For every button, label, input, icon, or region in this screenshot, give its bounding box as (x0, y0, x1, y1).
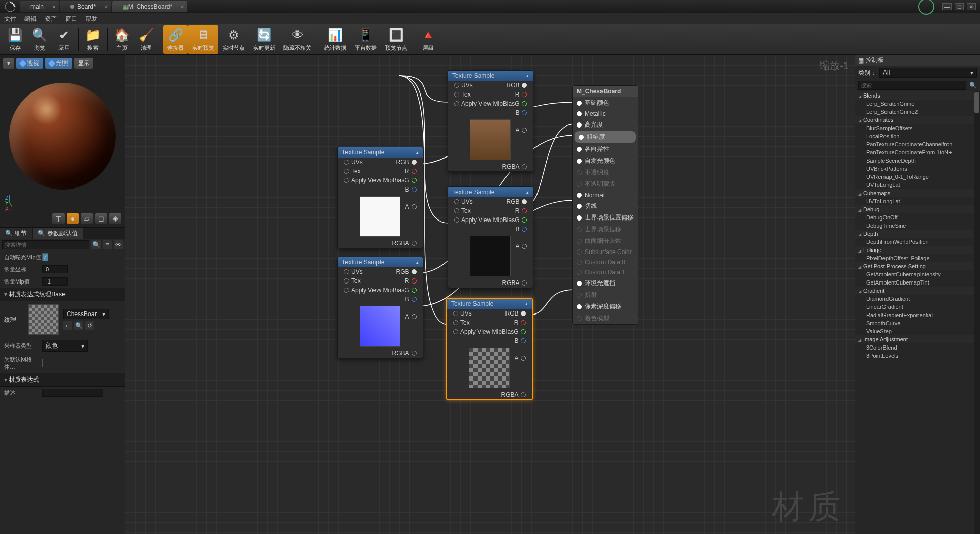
material-pin[interactable]: Subsurface Color (573, 247, 638, 257)
eye-icon[interactable]: 👁 (114, 240, 123, 249)
toolbar-浏览[interactable]: 🔍浏览 (27, 25, 52, 54)
node-material-output[interactable]: M_ChessBoard 基础颜色Metallic高光度粗糙度各向异性自发光颜色… (572, 85, 638, 325)
palette-item[interactable]: UVToLongLat (855, 197, 980, 205)
palette-item[interactable]: RadialGradientExponential (855, 311, 980, 319)
prim-sphere[interactable]: ● (66, 213, 79, 224)
material-pin[interactable]: 折射 (573, 289, 638, 301)
close-icon[interactable]: ✕ (104, 4, 108, 10)
material-pin[interactable]: Custom Data 0 (573, 257, 638, 267)
palette-header[interactable]: ▦控制板 (855, 55, 980, 66)
toolbar-清理[interactable]: 🧹清理 (134, 25, 159, 54)
palette-category[interactable]: Cubemaps (855, 189, 980, 197)
palette-item[interactable]: GetAmbientCubemapTint (855, 278, 980, 287)
tab-main[interactable]: main✕ (20, 1, 59, 12)
palette-category[interactable]: Depth (855, 230, 980, 238)
palette-item[interactable]: SmoothCurve (855, 319, 980, 327)
menu-window[interactable]: 窗口 (65, 15, 77, 23)
menu-file[interactable]: 文件 (4, 15, 16, 23)
tab-details[interactable]: 🔍细节 (0, 228, 33, 239)
palette-category[interactable]: Foliage (855, 246, 980, 254)
palette-item[interactable]: LocalPosition (855, 132, 980, 140)
viewport-perspective[interactable]: 透视 (16, 58, 43, 69)
use-icon[interactable]: ← (63, 321, 72, 330)
palette-category[interactable]: Gradient (855, 287, 980, 295)
palette-search-input[interactable] (858, 81, 966, 90)
toolbar-应用[interactable]: ✔应用 (52, 25, 76, 54)
search-icon[interactable]: 🔍 (91, 240, 101, 249)
checkbox[interactable]: ✓ (42, 253, 48, 261)
section-texture-base[interactable]: 材质表达式纹理Base (0, 288, 125, 301)
toolbar-层级[interactable]: 🔺层级 (416, 25, 440, 54)
material-pin[interactable]: 不透明蒙版 (573, 178, 638, 190)
material-pin[interactable]: 高光度 (573, 119, 638, 131)
preview-viewport[interactable]: ▾ 透视 光照 显示 Z│Y╲X─ ◫ ● ▱ ◻ ◈ (0, 55, 125, 228)
desc-input[interactable] (42, 389, 103, 397)
checkbox[interactable] (42, 359, 43, 367)
toolbar-搜索[interactable]: 📁搜索 (81, 25, 105, 54)
close-icon[interactable]: ✕ (52, 4, 56, 10)
toolbar-保存[interactable]: 💾保存 (3, 25, 27, 54)
toolbar-平台数据[interactable]: 📱平台数据 (351, 25, 381, 54)
tab-material[interactable]: ▦ M_ChessBoard*✕ (112, 1, 187, 12)
filter-icon[interactable]: ≡ (103, 240, 112, 249)
node-texture-sample-selected[interactable]: Texture Sample▴ UVsRGB TexR Apply View M… (446, 298, 533, 400)
const-mip-input[interactable] (42, 277, 68, 286)
node-texture-sample[interactable]: Texture Sample▴ UVsRGB TexR Apply View M… (448, 186, 533, 288)
menu-help[interactable]: 帮助 (85, 15, 98, 23)
reset-icon[interactable]: ↺ (85, 321, 94, 330)
palette-item[interactable]: 3PointLevels (855, 352, 980, 360)
source-control-icon[interactable] (918, 0, 934, 15)
toolbar-主页[interactable]: 🏠主页 (110, 25, 134, 54)
palette-item[interactable]: DebugOnOff (855, 213, 980, 222)
const-coord-input[interactable] (42, 265, 68, 273)
details-search-input[interactable] (2, 240, 89, 249)
prim-mesh[interactable]: ◈ (109, 213, 122, 224)
material-pin[interactable]: 粗糙度 (575, 131, 636, 143)
viewport-lit[interactable]: 光照 (45, 58, 72, 69)
node-texture-sample[interactable]: Texture Sample▴ UVsRGB TexR Apply View M… (337, 257, 423, 358)
palette-item[interactable]: ValueStep (855, 327, 980, 335)
palette-item[interactable]: UVToLongLat (855, 181, 980, 189)
toolbar-统计数据[interactable]: 📊统计数据 (320, 25, 351, 54)
menu-asset[interactable]: 资产 (45, 15, 57, 23)
palette-item[interactable]: LinearGradient (855, 303, 980, 311)
material-pin[interactable]: Custom Data 1 (573, 267, 638, 277)
viewport-dropdown[interactable]: ▾ (3, 58, 14, 69)
palette-list[interactable]: BlendsLerp_ScratchGrimeLerp_ScratchGrime… (855, 91, 980, 534)
material-pin[interactable]: 切线 (573, 200, 638, 212)
tab-board[interactable]: Board*✕ (60, 1, 111, 12)
toolbar-连接器[interactable]: 🔗连接器 (163, 25, 188, 54)
material-pin[interactable]: Normal (573, 190, 638, 200)
search-icon[interactable]: 🔍 (969, 82, 977, 89)
close-button[interactable]: ✕ (967, 3, 976, 10)
toolbar-实时更新[interactable]: 🔄实时更新 (249, 25, 279, 54)
node-texture-sample[interactable]: Texture Sample▴ UVsRGB TexR Apply View M… (448, 70, 533, 172)
toolbar-隐藏不相关[interactable]: 👁隐藏不相关 (279, 25, 315, 54)
palette-item[interactable]: DepthFromWorldPosition (855, 238, 980, 246)
material-pin[interactable]: 着色模型 (573, 312, 638, 324)
palette-item[interactable]: Lerp_ScratchGrime2 (855, 108, 980, 116)
viewport-show[interactable]: 显示 (74, 58, 93, 69)
material-pin[interactable]: 各向异性 (573, 143, 638, 155)
palette-category[interactable]: Image Adjustment (855, 335, 980, 343)
palette-item[interactable]: BlurSampleOffsets (855, 124, 980, 132)
palette-item[interactable]: PanTextureCoordinateFrom-1toN+ (855, 148, 980, 156)
material-pin[interactable]: 像素深度偏移 (573, 301, 638, 312)
palette-category[interactable]: Coordinates (855, 116, 980, 124)
palette-category[interactable]: Get Post Process Setting (855, 262, 980, 270)
sampler-type-select[interactable]: 颜色▾ (42, 340, 88, 352)
palette-item[interactable]: PanTextureCoordinateChannelfron (855, 140, 980, 148)
palette-item[interactable]: Lerp_ScratchGrime (855, 100, 980, 108)
prim-plane[interactable]: ▱ (80, 213, 93, 224)
palette-item[interactable]: UVBrickPatterns (855, 165, 980, 173)
palette-item[interactable]: DebugTimeSine (855, 222, 980, 230)
material-pin[interactable]: 世界场景位移 (573, 224, 638, 235)
palette-category[interactable]: Blends (855, 91, 980, 100)
menu-edit[interactable]: 编辑 (24, 15, 37, 23)
browse-icon[interactable]: 🔍 (74, 321, 83, 330)
material-pin[interactable]: Metallic (573, 109, 638, 119)
palette-item[interactable]: PixelDepthOffset_Foliage (855, 254, 980, 262)
maximize-button[interactable]: ☐ (955, 3, 964, 10)
texture-selector[interactable]: ChessBoar▾ (63, 309, 109, 319)
toolbar-预览节点[interactable]: 🔳预览节点 (381, 25, 412, 54)
